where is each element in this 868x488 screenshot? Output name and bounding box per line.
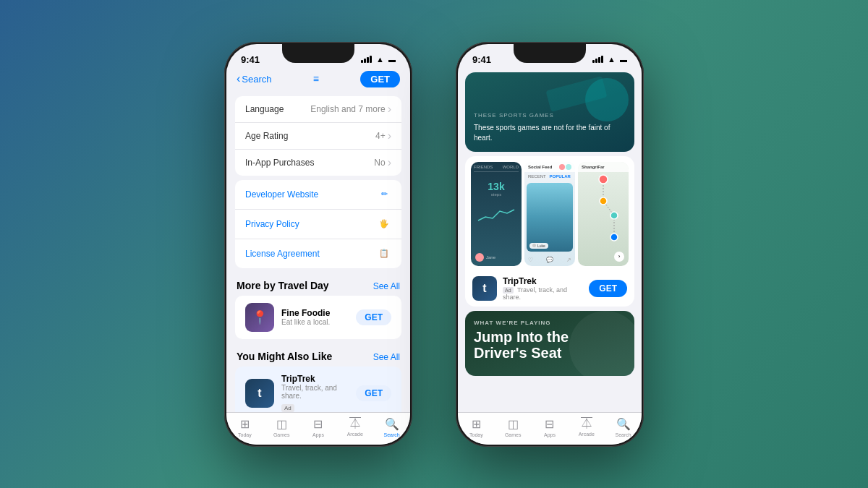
- today-icon-right: ⊞: [472, 417, 481, 431]
- privacy-policy-row[interactable]: Privacy Policy 🖐: [235, 210, 401, 239]
- tab-bar-right: ⊞ Today ◫ Games ⊟ Apps ⏄ Arcade 🔍 Search: [458, 412, 642, 445]
- shangri-label: ShangriFar: [582, 165, 605, 169]
- sports-card-desc: These sports games are not for the faint…: [474, 123, 626, 143]
- fine-foodie-icon: 📍: [245, 303, 274, 332]
- avatar-2: [566, 164, 571, 170]
- tab-apps-label-right: Apps: [544, 432, 556, 437]
- tab-apps-right[interactable]: ⊟ Apps: [535, 417, 564, 437]
- playing-subtitle-text: Driver's Seat: [474, 345, 562, 361]
- chevron-left-icon: ‹: [237, 72, 240, 85]
- inapp-row[interactable]: In-App Purchases No: [235, 150, 401, 176]
- also-like-title: You Might Also Like: [237, 351, 332, 362]
- right-phone: 9:41 ▲ ▬ THESE SPORTS GAMES The: [456, 42, 644, 447]
- age-rating-row[interactable]: Age Rating 4+: [235, 123, 401, 150]
- tab-arcade[interactable]: ⏄ Arcade: [341, 417, 370, 437]
- screenshot-2: Social Feed RECENT POPULAR: [524, 162, 575, 266]
- ad-badge: Ad: [281, 404, 294, 412]
- tab-search-right[interactable]: 🔍 Search: [609, 417, 638, 437]
- get-button-top[interactable]: GET: [360, 71, 400, 87]
- triptrek-desc: Travel, track, and share.: [281, 384, 349, 400]
- apps-icon-right: ⊟: [545, 417, 554, 431]
- playing-card: WHAT WE'RE PLAYING Jump Into the Driver'…: [465, 311, 634, 376]
- tab-today-right[interactable]: ⊞ Today: [461, 417, 490, 437]
- search-icon: 🔍: [385, 417, 399, 431]
- svg-point-1: [600, 197, 607, 205]
- tab-today[interactable]: ⊞ Today: [230, 417, 259, 437]
- triptrek-name: TripTrek: [281, 374, 349, 384]
- map-expand-icon: ›: [614, 252, 624, 262]
- info-section: Language English and 7 more Age Rating 4…: [235, 96, 401, 176]
- tab-apps[interactable]: ⊟ Apps: [304, 417, 333, 437]
- search-icon-right: 🔍: [616, 417, 631, 431]
- age-rating-label: Age Rating: [245, 131, 288, 141]
- user-row: Jane: [474, 252, 519, 263]
- back-button[interactable]: ‹ Search: [237, 72, 272, 85]
- games-icon: ◫: [276, 417, 287, 431]
- wifi-icon-right: ▲: [608, 55, 616, 64]
- tab-games[interactable]: ◫ Games: [267, 417, 296, 437]
- time-left: 9:41: [241, 54, 260, 65]
- tab-today-label: Today: [238, 432, 252, 437]
- privacy-policy-label: Privacy Policy: [245, 219, 299, 229]
- chevron-icon-3: [388, 156, 391, 169]
- ad-app-desc: Ad Travel, track, and share.: [503, 286, 583, 301]
- nav-filter-icon: ≡: [272, 73, 361, 85]
- screenshots-row: FRIENDS WORLD 13k steps: [465, 156, 634, 272]
- also-like-header: You Might Also Like See All: [226, 343, 410, 367]
- sports-card-text: THESE SPORTS GAMES These sports games ar…: [474, 111, 626, 142]
- triptrek-get[interactable]: GET: [356, 385, 391, 401]
- signal-icon-right: [592, 56, 603, 63]
- ad-app-icon: t: [472, 276, 497, 301]
- back-label: Search: [242, 74, 271, 85]
- action-row: ♡ 💬 ↗: [524, 254, 575, 266]
- inapp-value: No: [374, 156, 391, 169]
- user-name-jane: Jane: [486, 255, 495, 260]
- language-value: English and 7 more: [310, 103, 391, 116]
- app-nav-left: ‹ Search ≡ GET: [226, 68, 410, 92]
- ad-get-button[interactable]: GET: [589, 280, 627, 297]
- external-link-icon: ✏: [377, 187, 391, 202]
- left-phone: 9:41 ▲ ▬ ‹ Search ≡ GET: [224, 42, 412, 447]
- tab-arcade-right[interactable]: ⏄ Arcade: [572, 417, 601, 437]
- license-agreement-row[interactable]: License Agreement 📋: [235, 239, 401, 268]
- svg-point-0: [599, 175, 608, 184]
- tab-games-label-right: Games: [505, 432, 522, 437]
- screenshot-1: FRIENDS WORLD 13k steps: [471, 162, 522, 266]
- luke-chip: Luke: [529, 243, 548, 249]
- screenshot-3: ShangriFar ›: [578, 162, 629, 266]
- tab-today-label-right: Today: [469, 432, 483, 437]
- language-row[interactable]: Language English and 7 more: [235, 96, 401, 123]
- map-header: ShangriFar: [578, 162, 629, 172]
- mini-avatars: [559, 164, 571, 170]
- developer-website-label: Developer Website: [245, 189, 318, 200]
- notch-right: [514, 44, 586, 63]
- triptrek-row[interactable]: t TripTrek Travel, track, and share. Ad …: [235, 367, 401, 412]
- stat-number: 13k: [474, 181, 519, 192]
- chevron-icon-2: [388, 129, 391, 142]
- more-see-all[interactable]: See All: [373, 281, 400, 291]
- svg-point-3: [610, 234, 618, 241]
- more-by-header: More by Travel Day See All: [226, 273, 410, 296]
- ad-app-info: TripTrek Ad Travel, track, and share.: [503, 276, 583, 301]
- status-icons-left: ▲ ▬: [361, 55, 396, 64]
- tab-games-label: Games: [273, 432, 290, 437]
- battery-icon-right: ▬: [620, 56, 627, 64]
- triptrek-icon: t: [245, 379, 274, 408]
- tab-bar-left: ⊞ Today ◫ Games ⊟ Apps ⏄ Arcade 🔍 Search: [226, 412, 410, 445]
- ad-triptrek-name: TripTrek: [503, 276, 583, 286]
- battery-icon: ▬: [388, 56, 396, 64]
- wifi-icon: ▲: [376, 55, 384, 64]
- map-area: [578, 172, 629, 244]
- also-like-see-all[interactable]: See All: [373, 352, 400, 362]
- tab-search[interactable]: 🔍 Search: [378, 417, 407, 437]
- tab-games-right[interactable]: ◫ Games: [498, 417, 527, 437]
- user-luke: Luke: [537, 244, 545, 248]
- svg-point-2: [610, 212, 618, 219]
- fine-foodie-get[interactable]: GET: [356, 309, 391, 325]
- developer-website-row[interactable]: Developer Website ✏: [235, 180, 401, 210]
- apps-icon: ⊟: [313, 417, 323, 431]
- language-label: Language: [245, 104, 284, 114]
- chevron-icon: [388, 103, 391, 116]
- ss1-tab2: WORLD: [503, 165, 519, 169]
- fine-foodie-row[interactable]: 📍 Fine Foodie Eat like a local. GET: [235, 296, 401, 339]
